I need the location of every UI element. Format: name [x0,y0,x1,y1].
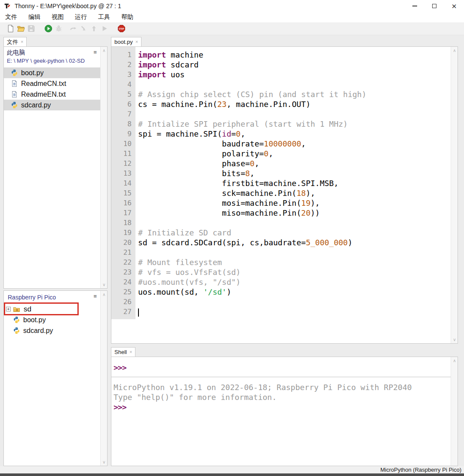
device-item-sd[interactable]: +sd [4,304,107,314]
line-number: 13 [111,168,132,178]
code-line-2[interactable]: import sdcard [138,60,451,70]
maximize-button[interactable] [424,0,444,12]
files-scrollbar[interactable]: ∧ ∨ [100,47,107,288]
code-line-8[interactable]: # Intialize SPI peripheral (start with 1… [138,119,451,129]
code-editor[interactable]: 1234567891011121314151617181920212223242… [111,46,458,344]
code-line-24[interactable]: #uos.mount(vfs, "/sd") [138,277,451,287]
scroll-up-icon[interactable]: ∧ [101,292,108,297]
menu-item-6[interactable]: 帮助 [120,12,134,22]
code-line-6[interactable]: cs = machine.Pin(23, machine.Pin.OUT) [138,99,451,109]
editor-scrollbar[interactable]: ∧ ∨ [451,47,458,343]
scroll-up-icon[interactable]: ∧ [451,48,458,53]
code-line-5[interactable]: # Assign chip select (CS) pin (and start… [138,89,451,99]
statusbar: MicroPython (Raspberry Pi Pico) [0,466,464,473]
window-controls: ✕ [405,0,464,12]
open-file-button[interactable] [15,24,26,34]
code-line-20[interactable]: sd = sdcard.SDCard(spi, cs,baudrate=5_00… [138,238,451,247]
tab-bootpy-label: boot.py [114,39,133,45]
save-file-button [26,24,36,34]
minimize-button[interactable] [405,0,424,12]
interpreter-status[interactable]: MicroPython (Raspberry Pi Pico) [380,467,461,473]
file-item-sdcard.py[interactable]: sdcard.py [4,100,107,110]
code-area[interactable]: import machineimport sdcardimport uos# A… [135,47,451,343]
scroll-up-icon[interactable]: ∧ [101,48,108,53]
step-into-icon [80,24,88,33]
titlebar: Thonny - E:\MPY\geek\boot.py @ 27 : 1 ✕ [0,0,464,12]
code-line-25[interactable]: uos.mount(sd, '/sd') [138,287,451,297]
files-root-label[interactable]: 此电脑 [7,49,98,57]
file-item-boot.py[interactable]: boot.py [4,67,107,78]
debug-script-button [53,24,64,34]
scroll-up-icon[interactable]: ∧ [451,358,458,363]
line-number: 5 [111,89,132,99]
menu-item-2[interactable]: 编辑 [28,12,41,22]
line-number: 10 [111,139,132,149]
tab-shell[interactable]: Shell × [111,347,135,357]
line-number: 7 [111,109,132,119]
code-line-14[interactable]: firstbit=machine.SPI.MSB, [138,178,451,188]
file-item-ReadmeCN.txt[interactable]: ReadmeCN.txt [4,78,107,89]
line-number: 21 [111,247,132,257]
menu-item-3[interactable]: 视图 [51,12,65,22]
close-button[interactable]: ✕ [444,0,464,12]
menu-item-4[interactable]: 运行 [74,12,88,22]
code-line-9[interactable]: spi = machine.SPI(id=0, [138,129,451,139]
menu-item-5[interactable]: 工具 [97,12,111,22]
device-item-boot.py[interactable]: boot.py [4,314,107,325]
code-line-23[interactable]: # vfs = uos.VfsFat(sd) [138,267,451,277]
file-item-ReadmeEN.txt[interactable]: ReadmeEN.txt [4,89,107,100]
device-title[interactable]: Raspberry Pi Pico [8,294,56,301]
run-script-button[interactable] [43,24,53,34]
line-number: 4 [111,79,132,89]
code-line-3[interactable]: import uos [138,70,451,79]
files-menu-button[interactable]: ≡ [93,49,97,55]
shell-prompt[interactable]: >>> [114,402,451,412]
tab-files-close-icon[interactable]: × [21,40,23,44]
stop-restart-button[interactable]: STOP [116,24,126,34]
menu-item-1[interactable]: 文件 [4,12,18,22]
code-line-21[interactable] [138,247,451,257]
tab-files[interactable]: 文件 × [3,37,27,46]
shell-scrollbar[interactable]: ∧ [451,357,458,466]
code-line-1[interactable]: import machine [138,50,451,60]
files-path[interactable]: E: \ MPY \ geek-python \ 02-SD [7,58,98,64]
device-item-sdcard.py[interactable]: sdcard.py [4,325,107,336]
code-line-19[interactable]: # Initialize SD card [138,228,451,238]
shell-panel[interactable]: >>> MicroPython v1.19.1 on 2022-06-18; R… [111,357,458,466]
line-number: 12 [111,159,132,168]
svg-text:STOP: STOP [119,28,124,30]
scroll-down-icon[interactable]: ∨ [101,460,108,464]
line-number: 26 [111,297,132,307]
shell-prompt[interactable]: >>> [114,363,451,372]
tab-bootpy[interactable]: boot.py × [111,37,141,46]
code-line-13[interactable]: bits=8, [138,168,451,178]
device-list: +sdboot.pysdcard.py [4,304,107,336]
tab-bootpy-close-icon[interactable]: × [135,40,138,44]
scroll-down-icon[interactable]: ∨ [451,337,458,342]
code-line-4[interactable] [138,79,451,89]
code-line-10[interactable]: baudrate=10000000, [138,139,451,149]
line-number: 3 [111,70,132,79]
code-line-27[interactable] [138,307,451,317]
code-line-26[interactable] [138,297,451,307]
code-line-11[interactable]: polarity=0, [138,149,451,159]
device-scrollbar[interactable]: ∧ ∨ [100,291,107,466]
shell-output[interactable]: >>> MicroPython v1.19.1 on 2022-06-18; R… [111,357,451,466]
save-file-icon [27,24,35,33]
code-line-16[interactable]: mosi=machine.Pin(19), [138,198,451,208]
device-menu-button[interactable]: ≡ [93,293,97,299]
line-number: 6 [111,99,132,109]
code-line-7[interactable] [138,109,451,119]
new-file-button[interactable] [5,24,15,34]
code-line-12[interactable]: phase=0, [138,159,451,168]
code-line-17[interactable]: miso=machine.Pin(20)) [138,208,451,218]
scroll-down-icon[interactable]: ∨ [101,282,108,287]
tab-shell-close-icon[interactable]: × [129,350,132,354]
code-line-18[interactable] [138,218,451,228]
stop-restart-icon: STOP [117,24,126,33]
code-line-22[interactable]: # Mount filesystem [138,257,451,267]
line-number: 22 [111,257,132,267]
expand-icon[interactable]: + [6,307,11,311]
line-number: 17 [111,208,132,218]
code-line-15[interactable]: sck=machine.Pin(18), [138,188,451,198]
